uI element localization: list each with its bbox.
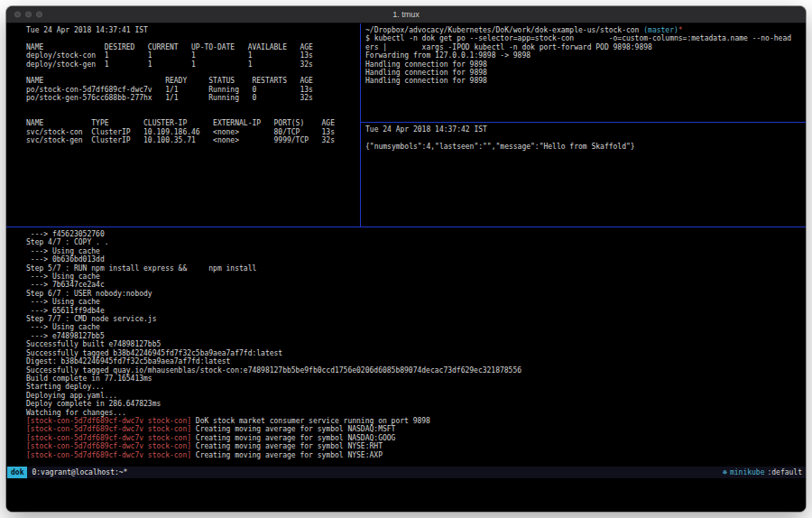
- terminal-line: [stock-con-5d7df689cf-dwc7v stock-con] C…: [26, 425, 802, 433]
- terminal-line: [26, 69, 356, 77]
- terminal-line: Starting deploy...: [26, 383, 802, 391]
- terminal-line: Forwarding from 127.0.0.1:9898 -> 9898: [365, 51, 802, 60]
- terminal-window: 1. tmux Tue 24 Apr 2018 14:37:41 IST NAM…: [6, 6, 806, 512]
- zoom-button[interactable]: [36, 12, 42, 18]
- terminal-line: po/stock-gen-576cc688bb-277hx 1/1 Runnin…: [26, 94, 356, 102]
- tmux-right-column: ~/Dropbox/advocacy/Kubernetes/DoK/work/d…: [361, 23, 806, 227]
- window-title: 1. tmux: [392, 10, 420, 19]
- terminal-line: deploy/stock-gen 1 1 1 1 32s: [26, 60, 356, 69]
- terminal-line: ---> 7b6347ce2a4c: [26, 281, 802, 289]
- terminal-line: {"numsymbols":4,"lastseen":"","message":…: [365, 143, 802, 151]
- terminal-line: ~/Dropbox/advocacy/Kubernetes/DoK/work/d…: [365, 26, 802, 34]
- kubernetes-icon: ☸: [723, 467, 727, 478]
- terminal-line: [26, 103, 356, 111]
- terminal-line: ---> Using cache: [26, 323, 802, 331]
- terminal-line: ---> e74898127bb5: [26, 332, 802, 340]
- terminal-line: Step 4/7 : COPY . .: [26, 238, 802, 246]
- window-title-bar[interactable]: 1. tmux: [6, 6, 806, 23]
- terminal-line: Deploy complete in 286.647823ms: [26, 400, 802, 408]
- terminal-line: Handling connection for 9898: [365, 69, 802, 77]
- tmux-status-bar: dok 0:vagrant@localhost:~* ☸minikube:def…: [6, 467, 806, 478]
- terminal-line: [stock-con-5d7df689cf-dwc7v stock-con] C…: [26, 434, 802, 442]
- kube-namespace-label: :default: [767, 467, 802, 478]
- terminal-line: svc/stock-gen ClusterIP 10.100.35.71 <no…: [26, 136, 356, 144]
- window-list-item[interactable]: 0:vagrant@localhost:~*: [32, 467, 127, 478]
- terminal-line: ---> Using cache: [26, 273, 802, 281]
- terminal-line: Tue 24 Apr 2018 14:37:42 IST: [365, 125, 802, 134]
- tmux-top-row: Tue 24 Apr 2018 14:37:41 IST NAME DESIRE…: [6, 23, 806, 227]
- kube-context-label: minikube: [730, 467, 765, 478]
- terminal-line: Deploying app.yaml...: [26, 392, 802, 400]
- window-controls: [14, 12, 42, 18]
- terminal-line: NAME READY STATUS RESTARTS AGE: [26, 77, 356, 85]
- terminal-line: ---> f45623052760: [26, 230, 802, 238]
- terminal-line: ---> 0b636bd013dd: [26, 255, 802, 264]
- terminal-line: ---> 65611ff9db4e: [26, 307, 802, 315]
- terminal-line: [stock-con-5d7df689cf-dwc7v stock-con] C…: [26, 451, 802, 459]
- minimize-button[interactable]: [25, 12, 32, 18]
- terminal-line: Digest: b38b42246945fd7f32c5ba9aea7af7fd…: [26, 357, 802, 365]
- pane-service-watch[interactable]: Tue 24 Apr 2018 14:37:42 IST {"numsymbol…: [361, 123, 806, 227]
- terminal-line: [26, 34, 356, 42]
- terminal-line: NAME TYPE CLUSTER-IP EXTERNAL-IP PORT(S)…: [26, 119, 356, 127]
- pane-kubectl-get-output[interactable]: Tue 24 Apr 2018 14:37:41 IST NAME DESIRE…: [6, 23, 361, 227]
- terminal-line: Successfully tagged quay.io/mhausenblas/…: [26, 366, 802, 375]
- terminal-line: ---> Using cache: [26, 247, 802, 255]
- terminal-line: Step 7/7 : CMD node service.js: [26, 315, 802, 323]
- terminal-line: [stock-con-5d7df689cf-dwc7v stock-con] D…: [26, 417, 802, 425]
- terminal-line: $ kubectl -n dok get po --selector=app=s…: [365, 34, 802, 42]
- status-right: ☸minikube:default: [723, 467, 802, 478]
- pane-port-forward[interactable]: ~/Dropbox/advocacy/Kubernetes/DoK/work/d…: [361, 23, 806, 123]
- terminal-line: NAME DESIRED CURRENT UP-TO-DATE AVAILABL…: [26, 43, 356, 51]
- terminal-line: Tue 24 Apr 2018 14:37:41 IST: [26, 26, 356, 34]
- terminal-line: po/stock-con-5d7df689cf-dwc7v 1/1 Runnin…: [26, 86, 356, 94]
- terminal-line: [365, 134, 802, 142]
- terminal-line: Step 6/7 : USER nobody:nobody: [26, 290, 802, 298]
- terminal-line: Handling connection for 9898: [365, 77, 802, 85]
- terminal-line: [stock-con-5d7df689cf-dwc7v stock-con] C…: [26, 442, 802, 450]
- session-name-badge: dok: [7, 467, 27, 478]
- terminal-empty-area: [6, 478, 806, 512]
- terminal-line: Watching for changes...: [26, 409, 802, 417]
- terminal-body: Tue 24 Apr 2018 14:37:41 IST NAME DESIRE…: [6, 23, 806, 512]
- pane-skaffold-log[interactable]: ---> f45623052760Step 4/7 : COPY . . ---…: [6, 227, 806, 467]
- terminal-line: Handling connection for 9898: [365, 60, 802, 69]
- terminal-line: [26, 111, 356, 119]
- terminal-line: Build complete in 77.165413ms: [26, 375, 802, 383]
- close-button[interactable]: [14, 12, 21, 18]
- terminal-line: Successfully tagged b38b42246945fd7f32c5…: [26, 349, 802, 357]
- terminal-line: Successfully built e74898127bb5: [26, 340, 802, 348]
- terminal-line: svc/stock-con ClusterIP 10.109.186.46 <n…: [26, 128, 356, 136]
- terminal-line: ---> Using cache: [26, 298, 802, 306]
- terminal-line: deploy/stock-con 1 1 1 1 13s: [26, 51, 356, 60]
- terminal-line: Step 5/7 : RUN npm install express && np…: [26, 264, 802, 273]
- terminal-line: ers | xargs -IPOD kubectl -n dok port-fo…: [365, 43, 802, 51]
